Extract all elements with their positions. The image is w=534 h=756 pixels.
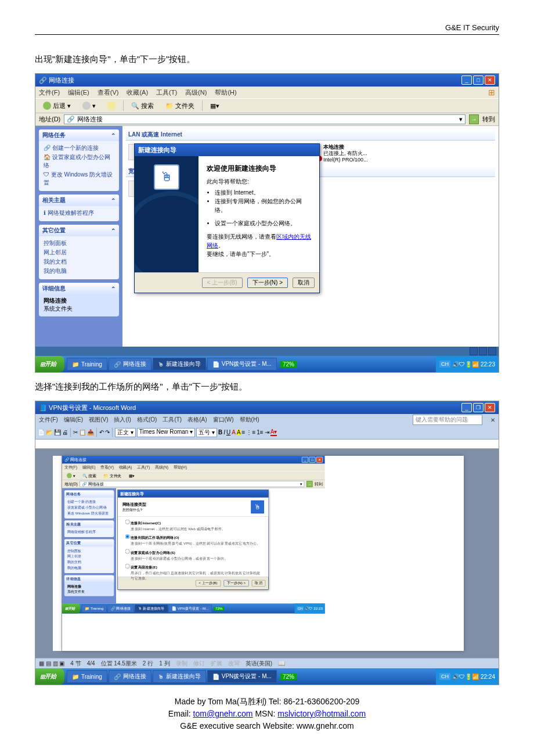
wmenu-tools[interactable]: 工具(T) <box>163 416 182 424</box>
start-button-2[interactable]: ⊞ 开始 <box>35 668 64 685</box>
v-ruler[interactable] <box>53 456 62 651</box>
font-color2-icon[interactable]: A▾ <box>270 429 277 436</box>
tb-redo-icon[interactable]: ↷ <box>105 429 110 435</box>
wmenu-format[interactable]: 格式(O) <box>137 416 157 424</box>
bullets-icon[interactable]: ⋮≡ <box>246 429 255 435</box>
tb-new-icon[interactable]: 📄 <box>38 429 45 435</box>
tb-save-icon[interactable]: 💾 <box>54 429 61 435</box>
task-new-conn[interactable]: 🔗 创建一个新的连接 <box>44 143 114 153</box>
underline-icon[interactable]: U <box>226 429 230 435</box>
restore-button[interactable]: ❐ <box>473 403 484 412</box>
menu-fav[interactable]: 收藏(A) <box>127 88 148 97</box>
tb2-word[interactable]: 📄VPN拨号设置 - M... <box>207 670 277 683</box>
menu-view[interactable]: 查看(V) <box>98 88 119 97</box>
tb-word[interactable]: 📄VPN拨号设置 - M... <box>207 358 277 370</box>
wizard2-cancel-button[interactable]: 取消 <box>252 580 266 586</box>
maximize-button[interactable]: □ <box>473 75 484 85</box>
wmenu-view[interactable]: 视图(V) <box>89 416 108 424</box>
menu-tools[interactable]: 工具(T) <box>156 88 177 97</box>
style-select[interactable]: 正文 ▾ <box>115 428 136 437</box>
start-button[interactable]: ⊞ 开始 <box>35 356 64 372</box>
doc-close-icon[interactable]: ✕ <box>490 417 495 423</box>
tb-undo-icon[interactable]: ↶ <box>99 429 104 435</box>
wmenu-edit[interactable]: 编辑(E) <box>64 416 83 424</box>
wmenu-file[interactable]: 文件(F) <box>39 416 58 424</box>
opt-internet[interactable]: 连接到 Internet(C) <box>125 520 261 526</box>
email-link[interactable]: tom@gnehr.com <box>193 709 253 718</box>
wizard-next-button[interactable]: 下一步(N) > <box>247 278 288 288</box>
numbering-icon[interactable]: 1≡ <box>257 429 263 435</box>
ql-1[interactable] <box>470 347 478 355</box>
status-book-icon[interactable]: 📖 <box>278 660 285 667</box>
wizard2-next-button[interactable]: 下一步(N) > <box>223 580 249 586</box>
wmenu-insert[interactable]: 插入(I) <box>114 416 131 424</box>
tb-paste-icon[interactable]: 📥 <box>87 429 94 435</box>
tb-cut-icon[interactable]: ✂ <box>73 429 78 435</box>
loc-my-pc[interactable]: 我的电脑 <box>44 267 114 276</box>
tb-netconn[interactable]: 🔗网络连接 <box>109 358 151 370</box>
ql-2[interactable] <box>479 347 487 355</box>
task-home-net[interactable]: 🏠 设置家庭或小型办公网络 <box>44 153 114 170</box>
menu-help[interactable]: 帮助(H) <box>215 88 236 97</box>
tb2-netconn[interactable]: 🔗网络连接 <box>109 670 151 683</box>
up-button[interactable] <box>103 100 120 111</box>
loc-my-docs[interactable]: 我的文档 <box>44 257 114 267</box>
wizard-cancel-button[interactable]: 取消 <box>293 278 315 288</box>
opt-advanced[interactable]: 设置高级连接(E) <box>125 564 261 570</box>
back-button[interactable]: 后退 ▾ <box>39 100 75 112</box>
tray-icons[interactable]: 🔊🛡🔋📶 <box>452 361 479 368</box>
go-button[interactable]: → <box>469 114 479 124</box>
msn-link[interactable]: mslvictory@hotmail.com <box>277 709 366 718</box>
clock-2: 22:24 <box>481 674 495 680</box>
wmenu-window[interactable]: 窗口(W) <box>213 416 234 424</box>
font-color-icon[interactable]: A <box>232 429 236 435</box>
indent-icon[interactable]: ⇥ <box>265 429 269 435</box>
tb-print-icon[interactable]: 🖨 <box>62 429 68 435</box>
tray-icons-2[interactable]: 🔊🛡🔋📶 <box>452 674 479 680</box>
minimize-button[interactable]: _ <box>461 403 472 412</box>
opt-workplace[interactable]: 连接到我的工作场所的网络(O) <box>125 534 261 541</box>
wizard2-prev-button[interactable]: < 上一步(B) <box>196 580 221 586</box>
h-ruler[interactable] <box>35 440 499 449</box>
collapse-icon[interactable]: ⌃ <box>111 197 116 204</box>
tb-wizard[interactable]: 🖱新建连接向导 <box>153 358 206 370</box>
link-troubleshoot[interactable]: ℹ 网络疑难解答程序 <box>44 208 114 218</box>
go-label[interactable]: 转到 <box>482 115 495 124</box>
loc-control-panel[interactable]: 控制面板 <box>44 239 114 248</box>
italic-icon[interactable]: I <box>223 429 225 435</box>
size-select[interactable]: 五号 ▾ <box>196 428 217 437</box>
lang-indicator[interactable]: CH <box>439 361 450 368</box>
wmenu-table[interactable]: 表格(A) <box>187 416 207 424</box>
task-firewall[interactable]: 🛡 更改 Windows 防火墙设置 <box>44 170 114 188</box>
minimize-button[interactable]: _ <box>461 75 472 85</box>
font-select[interactable]: Times New Roman ▾ <box>137 428 195 437</box>
folders-button[interactable]: 📁文件夹 <box>161 100 199 112</box>
ql-3[interactable] <box>488 347 496 355</box>
tb-copy-icon[interactable]: 📋 <box>79 429 86 435</box>
tb2-training[interactable]: 📁Training <box>67 670 107 683</box>
collapse-icon[interactable]: ⌃ <box>111 228 116 234</box>
menu-file[interactable]: 文件(F) <box>39 88 60 97</box>
loc-network-hood[interactable]: 网上邻居 <box>44 248 114 257</box>
fwd-button[interactable]: ▾ <box>78 100 100 111</box>
collapse-icon[interactable]: ⌃ <box>111 286 116 292</box>
align-left-icon[interactable]: ≡ <box>242 429 246 435</box>
view-icons[interactable]: ▦ ▤ ▥ ▣ <box>39 660 64 667</box>
opt-home[interactable]: 设置家庭或小型办公网络(S) <box>125 549 261 556</box>
close-button[interactable]: ✕ <box>485 75 495 85</box>
menu-adv[interactable]: 高级(N) <box>185 88 207 97</box>
wmenu-help[interactable]: 帮助(H) <box>240 416 259 424</box>
highlight-icon[interactable]: A <box>237 429 241 435</box>
collapse-icon[interactable]: ⌃ <box>111 132 116 139</box>
views-button[interactable]: ▦▾ <box>206 100 223 111</box>
menu-edit[interactable]: 编辑(E) <box>68 88 89 97</box>
lang-indicator-2[interactable]: CH <box>439 673 450 680</box>
help-search[interactable]: 键入需要帮助的问题 <box>413 415 482 425</box>
tb-training[interactable]: 📁Training <box>67 358 107 370</box>
tb-open-icon[interactable]: 📂 <box>46 429 53 435</box>
bold-icon[interactable]: B <box>218 429 222 435</box>
tb2-wizard[interactable]: 🖱新建连接向导 <box>153 670 206 683</box>
search-button[interactable]: 🔍搜索 <box>127 100 158 112</box>
close-button[interactable]: ✕ <box>485 403 495 412</box>
address-field[interactable]: 🔗网络连接▾ <box>64 114 466 124</box>
